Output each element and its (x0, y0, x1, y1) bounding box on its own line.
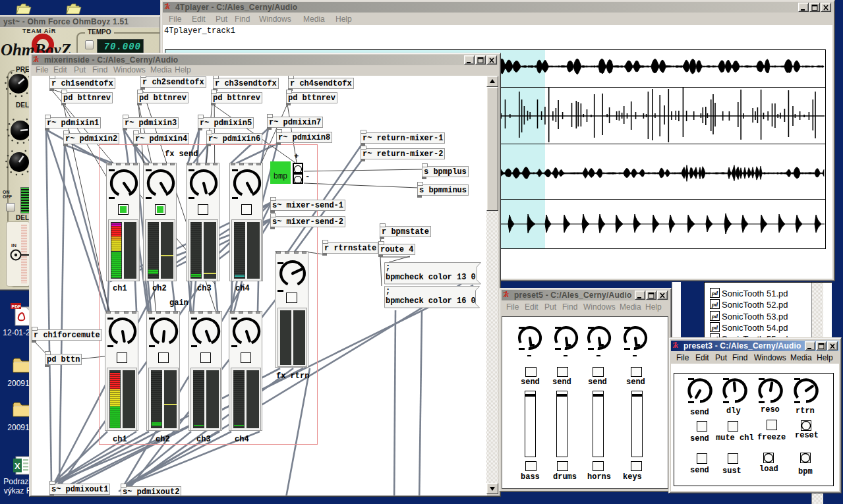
svg-text:X: X (15, 461, 20, 471)
svg-text:PDF: PDF (12, 304, 22, 309)
